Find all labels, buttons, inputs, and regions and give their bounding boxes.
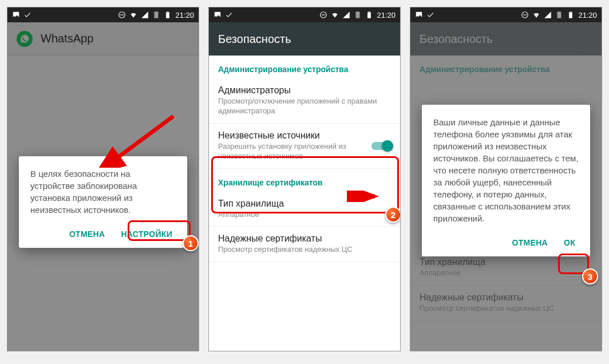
image-icon: [12, 11, 20, 19]
settings-list[interactable]: Администрирование устройства Администрат…: [209, 56, 400, 262]
item-trusted-certs[interactable]: Надежные сертификаты Просмотр сертификат…: [209, 227, 400, 262]
unknown-sources-toggle[interactable]: [371, 140, 392, 152]
svg-rect-3: [167, 12, 170, 18]
step-badge-3: 3: [582, 268, 598, 284]
image-icon: [415, 11, 423, 19]
sim-icon: [555, 11, 563, 19]
svg-rect-13: [524, 14, 527, 15]
image-icon: [213, 11, 222, 19]
settings-appbar: Безопасность: [209, 22, 400, 56]
item-title: Тип хранилища: [218, 199, 391, 209]
item-title: Неизвестные источники: [218, 130, 366, 141]
wifi-icon: [331, 11, 339, 19]
dnd-icon: [118, 11, 126, 19]
item-unknown-sources[interactable]: Неизвестные источники Разрешить установк…: [209, 124, 400, 169]
status-time: 21:20: [175, 11, 194, 19]
svg-rect-16: [570, 11, 571, 12]
item-storage-type[interactable]: Тип хранилища Аппаратное: [209, 192, 400, 227]
item-subtitle: Разрешить установку приложений из неизве…: [218, 142, 366, 161]
status-time: 21:20: [377, 11, 396, 19]
sim-icon: [354, 11, 362, 19]
svg-rect-7: [322, 14, 326, 15]
status-bar: 21:20: [7, 7, 199, 22]
sim-icon: [152, 11, 160, 19]
signal-icon: [342, 11, 350, 19]
status-time: 21:20: [578, 11, 597, 19]
cancel-button[interactable]: ОТМЕНА: [66, 226, 108, 242]
battery-icon: [365, 11, 373, 19]
wifi-icon: [532, 11, 540, 19]
phone-screen-3: 21:20 Безопасность Администрирование уст…: [410, 7, 602, 351]
item-admins[interactable]: Администраторы Просмотр/отключение прило…: [209, 78, 400, 124]
section-cert-store: Хранилище сертификатов: [209, 169, 400, 192]
check-icon: [225, 11, 233, 19]
check-icon: [23, 11, 31, 19]
confirm-unknown-sources-dialog: Ваши личные данные и данные телефона бол…: [422, 105, 590, 256]
item-subtitle: Аппаратное: [218, 210, 391, 220]
svg-rect-15: [570, 12, 573, 18]
phone-screen-1: 21:20 WhatsApp В целях безопасности на у…: [7, 7, 199, 351]
status-bar: 21:20: [410, 7, 602, 22]
section-device-admin: Администрирование устройства: [209, 56, 400, 78]
wifi-icon: [129, 11, 137, 19]
battery-icon: [164, 11, 172, 19]
dnd-icon: [521, 11, 529, 19]
svg-rect-9: [368, 12, 371, 18]
svg-rect-1: [121, 14, 124, 15]
dialog-message: В целях безопасности на устройстве забло…: [30, 168, 176, 216]
svg-rect-14: [557, 11, 561, 18]
battery-icon: [567, 11, 575, 19]
phone-screen-2: 21:20 Безопасность Администрирование уст…: [208, 7, 401, 351]
signal-icon: [544, 11, 552, 19]
cancel-button[interactable]: ОТМЕНА: [508, 235, 551, 251]
step-badge-1: 1: [183, 235, 199, 251]
svg-rect-2: [155, 11, 159, 18]
check-icon: [426, 11, 434, 19]
item-title: Надежные сертификаты: [218, 234, 391, 244]
svg-rect-8: [356, 11, 360, 18]
signal-icon: [141, 11, 149, 19]
dnd-icon: [319, 11, 327, 19]
settings-button[interactable]: НАСТРОЙКИ: [117, 226, 176, 242]
status-bar: 21:20: [209, 7, 400, 22]
item-subtitle: Просмотр/отключение приложений с правами…: [218, 97, 391, 116]
item-title: Администраторы: [218, 85, 391, 96]
svg-rect-10: [369, 11, 370, 12]
page-title: Безопасность: [218, 33, 291, 46]
step-badge-2: 2: [385, 207, 401, 223]
item-subtitle: Просмотр сертификатов надежных ЦС: [218, 245, 391, 255]
dialog-message: Ваши личные данные и данные телефона бол…: [433, 116, 579, 224]
blocked-install-dialog: В целях безопасности на устройстве забло…: [19, 156, 187, 248]
svg-rect-4: [167, 11, 168, 12]
ok-button[interactable]: ОК: [560, 235, 579, 251]
